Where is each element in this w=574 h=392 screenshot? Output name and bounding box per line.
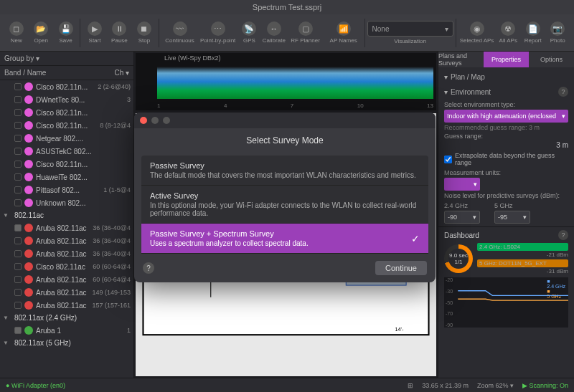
main-toolbar: ◻New 📂Open 💾Save ▶Start ⏸Pause ⏹Stop 〰Co… <box>0 14 574 52</box>
window-title: Spectrum Test.ssprj <box>0 0 574 14</box>
band-5-label: 5 GHz: DOT11N_5G_EXT <box>477 259 568 267</box>
network-item[interactable]: Cisco 802.11ac60 (60-64@4 <box>0 260 133 273</box>
network-sidebar: Group by ▾ Band / Name Ch ▾ Cisco 802.11… <box>0 52 134 378</box>
survey-mode-modal: Select Survey Mode Passive SurveyThe def… <box>134 113 436 282</box>
env-type-label: Select environment type: <box>444 101 568 108</box>
plan-map-section[interactable]: ▾Plan / Map <box>444 70 568 84</box>
adapter-status[interactable]: ● WiFi Adapter (en0) <box>6 382 65 389</box>
survey-mode-list: Passive SurveyThe default mode that cove… <box>141 156 428 254</box>
meas-units-label: Measurement units: <box>444 169 568 176</box>
signal-graph: -20-30-50-70-90 ■ 2.4 GHz■ 5 GHz <box>444 277 568 328</box>
sidebar-columns: Band / Name Ch ▾ <box>0 66 133 80</box>
network-item[interactable]: Cisco 802.11n... <box>0 106 133 119</box>
point-by-point-button[interactable]: ⋯Point-by-point <box>199 17 237 49</box>
network-item[interactable]: ASUSTekC 802... <box>0 145 133 158</box>
network-item[interactable]: Aruba 802.11ac36 (36-40@4 <box>0 234 133 247</box>
network-group[interactable]: ▼802.11ax (5 GHz) <box>0 337 133 349</box>
visualization-select-wrap: None▾ Visualization <box>367 21 453 44</box>
network-item[interactable]: Cisco 802.11n...8 (8-12@4 <box>0 119 133 132</box>
maximize-icon <box>163 117 170 124</box>
all-aps-button[interactable]: ☢All APs <box>497 17 520 49</box>
rf-planner-button[interactable]: ▢RF Planner <box>287 17 324 49</box>
tab-plans-surveys[interactable]: Plans and Surveys <box>438 52 484 67</box>
dashboard: Dashboard? 9.0 sec1/1 2.4 GHz: LS024-21 … <box>438 226 574 330</box>
survey-mode-option[interactable]: Passive Survey + Spectrum SurveyUses a s… <box>141 224 428 254</box>
spectrum-canvas <box>157 56 433 99</box>
open-button[interactable]: 📂Open <box>29 17 52 49</box>
right-panel: Plans and Surveys Properties Options ▾Pl… <box>438 52 574 378</box>
network-item[interactable]: DWnetTec 80...3 <box>0 93 133 106</box>
network-item[interactable]: Aruba 802.11ac149 (149-153 <box>0 286 133 299</box>
photo-button[interactable]: 📷Photo <box>545 17 569 49</box>
network-item[interactable]: HuaweiTe 802... <box>0 171 133 183</box>
selected-aps-button[interactable]: ◉Selected APs <box>458 17 496 49</box>
noise-level-label: Noise level for predictive surveys (dBm)… <box>444 192 568 199</box>
help-icon[interactable]: ? <box>558 230 568 240</box>
noise-5-input[interactable]: -95▾ <box>494 211 530 224</box>
network-item[interactable]: Cisco 802.11n...2 (2-6@40) <box>0 80 133 93</box>
help-icon[interactable]: ? <box>558 87 568 97</box>
pause-button[interactable]: ⏸Pause <box>108 17 131 49</box>
save-button[interactable]: 💾Save <box>54 17 77 49</box>
scan-progress-circle: 9.0 sec1/1 <box>444 244 473 273</box>
network-item[interactable]: Unknown 802... <box>0 196 133 209</box>
network-item[interactable]: Netgear 802.... <box>0 132 133 145</box>
start-button[interactable]: ▶Start <box>83 17 106 49</box>
stop-button[interactable]: ⏹Stop <box>132 17 156 49</box>
env-hint: Recommended guess range: 3 m <box>444 124 568 131</box>
zoom-control[interactable]: Zoom 62% ▾ <box>477 382 514 389</box>
network-item[interactable]: Aruba 11 <box>0 324 133 337</box>
noise-24-input[interactable]: -90▾ <box>444 211 480 224</box>
tab-options[interactable]: Options <box>529 52 574 67</box>
network-item[interactable]: Aruba 802.11ac157 (157-161 <box>0 299 133 312</box>
guess-range-label: Guess range: <box>444 133 568 140</box>
help-icon[interactable]: ? <box>143 262 154 274</box>
environment-section[interactable]: ▾Environment? <box>444 84 568 100</box>
network-group[interactable]: ▼802.11ax (2.4 GHz) <box>0 312 133 324</box>
network-list[interactable]: Cisco 802.11n...2 (2-6@40)DWnetTec 80...… <box>0 80 133 378</box>
report-button[interactable]: 📄Report <box>521 17 545 49</box>
calibrate-button[interactable]: ↔Calibrate <box>262 17 286 49</box>
svg-text:14'-: 14'- <box>395 326 404 333</box>
gps-button[interactable]: 📡GPS <box>237 17 261 49</box>
new-button[interactable]: ◻New <box>4 17 28 49</box>
survey-mode-option[interactable]: Passive SurveyThe default mode that cove… <box>141 156 428 186</box>
network-item[interactable]: Aruba 802.11ac36 (36-40@4 <box>0 247 133 260</box>
dimensions: 33.65 x 21.39 m <box>422 382 469 389</box>
extrapolate-checkbox[interactable]: Extrapolate data beyond the guess range <box>444 152 568 166</box>
minimize-icon <box>151 117 159 124</box>
groupby-label[interactable]: Group by ▾ <box>4 54 39 62</box>
close-icon[interactable] <box>140 117 147 124</box>
env-type-select[interactable]: Indoor with high attenuation (enclosed▾ <box>444 110 568 123</box>
spectrum-x-axis: 1471013 <box>157 102 433 109</box>
ap-names-button[interactable]: 📶AP Names <box>325 17 362 49</box>
network-item[interactable]: Aruba 802.11ac36 (36-40@4 <box>0 221 133 234</box>
dimensions-icon: ⊞ <box>408 382 413 389</box>
spectrum-view[interactable]: Live (Wi-Spy DBx2) 1471013 <box>136 53 436 110</box>
sidebar-header: Group by ▾ <box>0 52 133 66</box>
modal-titlebar[interactable] <box>134 113 436 128</box>
ch-col[interactable]: Ch ▾ <box>114 69 129 77</box>
scanning-status[interactable]: ▶ Scanning: On <box>522 382 568 389</box>
continuous-button[interactable]: 〰Continuous <box>161 17 199 49</box>
guess-range-value: 3 m <box>556 141 568 149</box>
right-tabs: Plans and Surveys Properties Options <box>438 52 574 67</box>
network-item[interactable]: Aruba 802.11ac60 (60-64@4 <box>0 273 133 286</box>
band-name-col[interactable]: Band / Name <box>4 69 46 77</box>
continue-button[interactable]: Continue <box>375 261 427 275</box>
modal-title: Select Survey Mode <box>134 128 436 156</box>
dashboard-title: Dashboard <box>444 231 479 239</box>
visualization-select[interactable]: None▾ <box>367 21 453 37</box>
meas-units-select[interactable]: ▾ <box>444 178 480 191</box>
survey-mode-option[interactable]: Active SurveyIn this optional mode, your… <box>141 186 428 224</box>
network-item[interactable]: Pittasof 802...1 (1-5@4 <box>0 183 133 196</box>
network-group[interactable]: ▼802.11ac <box>0 209 133 221</box>
status-bar: ● WiFi Adapter (en0) ⊞ 33.65 x 21.39 m Z… <box>0 378 574 392</box>
tab-properties[interactable]: Properties <box>484 52 529 67</box>
network-item[interactable]: Cisco 802.11n... <box>0 158 133 171</box>
band-24-label: 2.4 GHz: LS024 <box>477 243 568 251</box>
